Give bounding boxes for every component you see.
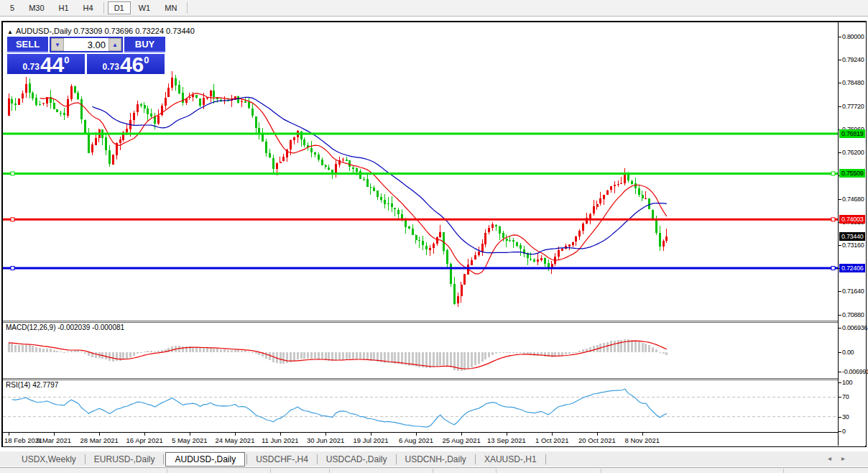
volume-input[interactable] [64, 38, 108, 51]
time-axis-tick [552, 433, 553, 436]
time-axis-tick [371, 433, 371, 436]
rsi-axis-label: 100 [842, 379, 852, 386]
statusbar-cell-separator [496, 469, 497, 473]
time-axis-label: 8 Nov 2021 [625, 436, 660, 444]
price-axis-label: 0.74680 [842, 196, 864, 203]
statusbar-cell-separator [329, 469, 330, 473]
tab-usdchf-h4[interactable]: USDCHF-,H4 [249, 453, 315, 466]
axis-tick [839, 106, 841, 107]
trade-panel-buttons-row: SELL ▼ ▲ BUY [7, 37, 165, 52]
axis-tick [839, 245, 841, 246]
tab-eurusd-daily[interactable]: EURUSD-,Daily [87, 453, 162, 466]
time-axis-label: 5 May 2021 [172, 436, 208, 444]
time-axis-tick [507, 433, 507, 436]
chart-symbol-label: AUDUSD-,Daily [16, 27, 72, 35]
sell-price-display[interactable]: 0.73440 [7, 54, 85, 74]
volume-spinner: ▼ ▲ [50, 37, 123, 52]
tab-usdcnh-daily[interactable]: USDCNH-,Daily [398, 453, 474, 466]
sell-price-pip: 0 [64, 55, 69, 65]
volume-increase-button[interactable]: ▲ [108, 38, 121, 51]
tab-scroll-arrows[interactable]: ◂▸ [828, 454, 855, 462]
tab-usdcad-daily[interactable]: USDCAD-,Daily [319, 453, 394, 466]
chart-ohlc-header: ▲AUDUSD-,Daily 0.73309 0.73696 0.73224 0… [7, 27, 195, 35]
time-axis-tick [9, 433, 9, 436]
volume-decrease-button[interactable]: ▼ [51, 38, 64, 51]
buy-price-prefix: 0.73 [103, 62, 119, 72]
timeframe-toolbar: 5M30H1H4D1W1MN [0, 0, 868, 17]
sell-price-main: 44 [40, 55, 64, 74]
timeframe-mn[interactable]: MN [158, 1, 183, 14]
buy-price-display[interactable]: 0.73460 [87, 54, 165, 74]
price-axis-label: 0.76200 [842, 149, 864, 156]
toolbar-separator [187, 2, 188, 14]
timeframe-m30[interactable]: M30 [22, 1, 50, 14]
time-axis-label: 28 Mar 2021 [80, 436, 119, 444]
macd-axis-label: -0.006991 [842, 368, 868, 375]
rsi-axis-label: 30 [842, 413, 849, 421]
time-axis-tick [190, 433, 190, 436]
price-axis-label: 0.80000 [842, 33, 864, 40]
chart-tab-bar: USDX,WeeklyEURUSD-,DailyAUDUSD-,DailyUSD… [0, 451, 868, 467]
price-axis-label: 0.71640 [842, 288, 864, 295]
statusbar-cell-separator [601, 469, 601, 473]
rsi-label: RSI(14) 42.7797 [6, 381, 58, 389]
statusbar-cell-separator [783, 469, 784, 473]
time-axis-label: 1 Oct 2021 [535, 436, 568, 444]
price-axis[interactable]: 0.800000.792400.784800.777200.769600.762… [838, 22, 866, 446]
time-axis-tick [99, 433, 100, 436]
one-click-trading-panel: SELL ▼ ▲ BUY 0.73440 0.73460 [7, 37, 165, 74]
chart-content: ▲AUDUSD-,Daily 0.73309 0.73696 0.73224 0… [3, 22, 865, 446]
metatrader-screen: 5M30H1H4D1W1MN ▲AUDUSD-,Daily 0.73309 0.… [0, 0, 868, 473]
price-level-flag-0.76819: 0.76819 [839, 129, 865, 138]
macd-panel[interactable] [3, 323, 838, 378]
axis-tick [839, 291, 841, 292]
tab-xauusd-h1[interactable]: XAUUSD-,H1 [477, 453, 544, 466]
price-axis-label: 0.78480 [842, 79, 864, 86]
timeframe-w1[interactable]: W1 [132, 1, 157, 14]
macd-canvas[interactable] [3, 323, 838, 378]
time-axis-label: 30 Jun 2021 [307, 436, 344, 444]
time-axis-tick [54, 433, 55, 436]
chart-ohlc-values: 0.73309 0.73696 0.73224 0.73440 [74, 27, 195, 35]
current-price-flag: 0.73440 [839, 232, 865, 241]
axis-tick [839, 83, 841, 83]
time-axis[interactable]: 18 Feb 20219 Mar 202128 Mar 202116 Apr 2… [3, 432, 865, 446]
axis-tick [839, 315, 841, 316]
timeframe-5[interactable]: 5 [4, 1, 21, 14]
timeframe-h1[interactable]: H1 [52, 1, 75, 14]
time-axis-label: 13 Sep 2021 [487, 436, 526, 444]
timeframe-d1[interactable]: D1 [108, 1, 131, 14]
tab-audusd-daily[interactable]: AUDUSD-,Daily [165, 452, 245, 467]
tab-separator [545, 454, 546, 464]
rsi-axis-label: 70 [842, 393, 849, 400]
time-axis-label: 19 Jul 2021 [354, 436, 389, 444]
timeframe-h4[interactable]: H4 [77, 1, 100, 14]
buy-price-pip: 0 [144, 55, 149, 65]
macd-signal-line [9, 341, 667, 369]
macd-axis-label: 0.00 [842, 349, 854, 356]
sell-button[interactable]: SELL [7, 37, 48, 52]
buy-price-main: 46 [120, 55, 144, 74]
time-axis-tick [280, 433, 281, 436]
time-axis-tick [461, 433, 462, 436]
axis-tick [839, 37, 841, 37]
buy-button[interactable]: BUY [124, 37, 165, 52]
time-axis-tick [326, 433, 326, 436]
time-axis-tick [416, 433, 417, 436]
chart-window: ▲AUDUSD-,Daily 0.73309 0.73696 0.73224 0… [1, 21, 867, 447]
time-axis-label: 20 Oct 2021 [578, 436, 616, 444]
axis-tick [839, 152, 841, 153]
time-axis-label: 11 Jun 2021 [262, 436, 299, 444]
tab-separator [475, 454, 476, 464]
tab-separator [317, 454, 318, 464]
macd-label: MACD(12,26,9) -0.002039 -0.000081 [6, 323, 124, 331]
price-axis-label: 0.79240 [842, 56, 864, 63]
tab-usdx-weekly[interactable]: USDX,Weekly [14, 453, 83, 466]
time-axis-label: 16 Apr 2021 [126, 436, 163, 444]
rsi-axis-label: 0 [842, 428, 846, 435]
rsi-canvas[interactable] [3, 380, 838, 432]
axis-tick [839, 372, 841, 372]
axis-tick [839, 60, 841, 60]
collapse-arrow-icon[interactable]: ▲ [7, 29, 13, 35]
rsi-panel[interactable] [3, 380, 838, 432]
